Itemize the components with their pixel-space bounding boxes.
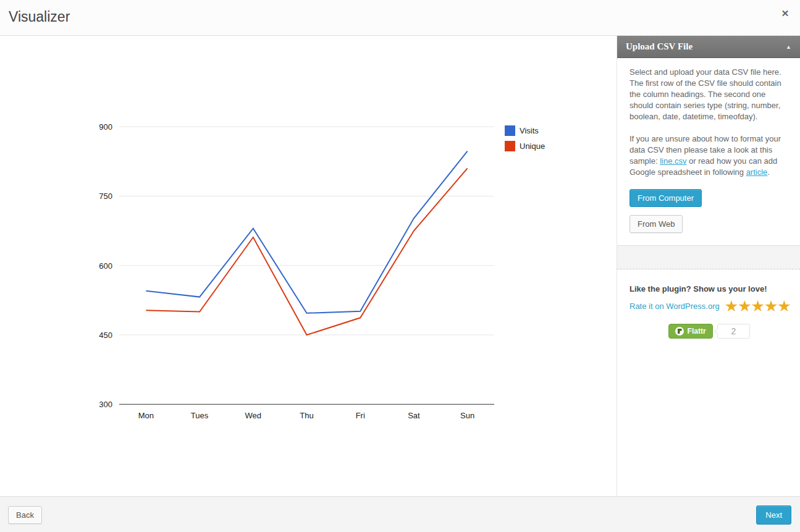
x-axis-tick-label: Wed (245, 411, 262, 420)
upload-csv-panel-body: Select and upload your data CSV file her… (617, 58, 800, 245)
x-axis-tick-label: Sat (408, 411, 420, 420)
chart-pane: 300450600750900MonTuesWedThuFriSatSunVis… (0, 36, 617, 496)
legend-label-unique: Unique (520, 141, 545, 151)
y-axis-tick-label: 600 (99, 261, 112, 271)
y-axis-tick-label: 750 (99, 192, 112, 201)
article-link[interactable]: article (746, 167, 768, 177)
rating-heading: Like the plugin? Show us your love! (629, 284, 789, 293)
flattr-label: Flattr (688, 327, 706, 336)
collapse-arrow-icon: ▲ (786, 44, 791, 50)
flattr-count-badge[interactable]: 2 (717, 324, 751, 339)
help2-after: . (767, 167, 770, 177)
legend-swatch-unique (505, 141, 515, 151)
rate-wordpress-link[interactable]: Rate it on WordPress.org (629, 302, 720, 311)
sidebar: Upload CSV File ▲ Select and upload your… (617, 36, 800, 496)
legend-swatch-visits (505, 125, 515, 136)
y-axis-tick-label: 450 (99, 331, 112, 340)
back-button[interactable]: Back (8, 506, 42, 524)
x-axis-tick-label: Sun (460, 411, 474, 420)
page-title: Visualizer (9, 9, 70, 25)
y-axis-tick-label: 300 (99, 400, 112, 409)
flattr-button[interactable]: Flattr (668, 324, 713, 339)
upload-help-text-1: Select and upload your data CSV file her… (629, 67, 789, 122)
sidebar-divider-strip (617, 245, 800, 269)
x-axis-tick-label: Thu (300, 411, 313, 420)
chart-series-line-visits (146, 151, 467, 313)
legend-label-visits: Visits (520, 126, 539, 135)
x-axis-tick-label: Fri (356, 411, 365, 420)
modal-header: Visualizer ✕ (0, 0, 800, 36)
flattr-icon (675, 327, 684, 336)
x-axis-tick-label: Tues (191, 411, 209, 420)
close-icon[interactable]: ✕ (778, 6, 793, 21)
modal-footer: Back Next (0, 496, 800, 532)
panel-title: Upload CSV File (626, 41, 693, 52)
from-web-button[interactable]: From Web (629, 215, 683, 233)
upload-csv-panel-header[interactable]: Upload CSV File ▲ (617, 36, 800, 58)
rating-section: Like the plugin? Show us your love! Rate… (617, 269, 800, 339)
next-button[interactable]: Next (756, 505, 791, 525)
star-rating-icons[interactable]: ★★★★★ (725, 297, 791, 315)
upload-help-text-2: If you are unsure about how to format yo… (629, 133, 789, 178)
line-chart: 300450600750900MonTuesWedThuFriSatSunVis… (0, 36, 617, 496)
chart-series-line-unique (146, 168, 467, 335)
y-axis-tick-label: 900 (99, 122, 112, 132)
sample-csv-link[interactable]: line.csv (660, 156, 686, 166)
from-computer-button[interactable]: From Computer (629, 189, 702, 207)
x-axis-tick-label: Mon (138, 411, 154, 420)
